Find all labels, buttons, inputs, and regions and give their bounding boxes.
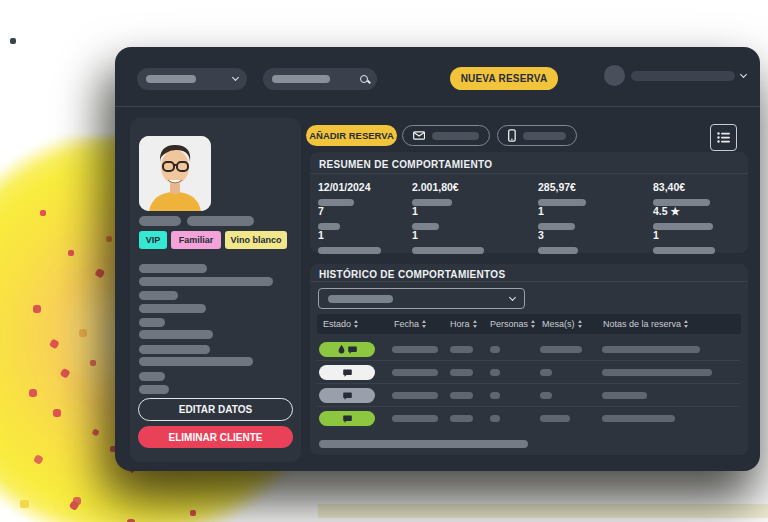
sort-icon [578, 320, 582, 328]
sort-icon [473, 320, 477, 328]
client-detail-placeholder [139, 318, 165, 327]
status-badge[interactable] [319, 411, 375, 426]
column-hora[interactable]: Hora [450, 314, 477, 334]
behavior-filter-select[interactable] [318, 288, 525, 309]
mobile-phone-icon [508, 129, 516, 142]
client-detail-placeholder [139, 277, 273, 286]
client-detail-placeholder [139, 291, 178, 300]
phone-contact-button[interactable] [497, 125, 577, 146]
sort-icon [531, 320, 535, 328]
client-detail-placeholder [139, 372, 165, 381]
nueva-reserva-button[interactable]: NUEVA RESERVA [450, 67, 558, 90]
stat-count: 1 [318, 229, 324, 241]
list-icon [717, 132, 730, 143]
status-badge[interactable] [319, 342, 375, 357]
paint-streak-decoration [318, 504, 768, 518]
fecha-placeholder [392, 392, 438, 399]
stat-rating: 4.5 ★ [653, 205, 680, 217]
stat-label-placeholder [412, 247, 484, 254]
stat-count: 1 [538, 205, 544, 217]
anadir-reserva-button[interactable]: AÑADIR RESERVA [306, 125, 397, 146]
paint-speckles-decoration [40, 210, 46, 216]
search-icon [360, 75, 368, 83]
tag-vip[interactable]: VIP [139, 231, 167, 249]
list-view-button[interactable] [710, 124, 737, 151]
notas-placeholder [602, 346, 700, 353]
client-surname-placeholder [187, 216, 254, 226]
editar-datos-button[interactable]: EDITAR DATOS [138, 398, 293, 421]
stat-total-spend: 2.001,80€ [412, 181, 459, 193]
table-row[interactable] [317, 384, 741, 407]
client-photo-illustration [139, 136, 211, 211]
fecha-placeholder [392, 415, 438, 422]
resumen-panel: RESUMEN DE COMPORTAMIENTO 12/01/2024 2.0… [310, 152, 748, 253]
client-photo [139, 136, 211, 211]
status-badge[interactable] [319, 365, 375, 380]
email-contact-button[interactable] [402, 125, 490, 146]
client-detail-placeholder [139, 330, 213, 339]
pagination-placeholder [319, 440, 528, 448]
resumen-title: RESUMEN DE COMPORTAMIENTO [319, 159, 492, 170]
sort-icon [354, 320, 358, 328]
personas-placeholder [490, 392, 500, 399]
fecha-placeholder [392, 369, 438, 376]
paint-dot-decoration [10, 38, 16, 44]
column-mesas[interactable]: Mesa(s) [542, 314, 582, 334]
divider [310, 173, 748, 174]
mesa-placeholder [540, 415, 570, 422]
eliminar-cliente-button[interactable]: ELIMINAR CLIENTE [138, 426, 293, 448]
stat-avg-spend: 285,97€ [538, 181, 576, 193]
chat-icon [343, 369, 352, 377]
personas-placeholder [490, 346, 500, 353]
stat-count: 3 [538, 229, 544, 241]
sort-icon [684, 320, 688, 328]
notas-placeholder [602, 392, 647, 399]
mesa-placeholder [540, 346, 582, 353]
notas-placeholder [602, 415, 675, 422]
stat-visits: 7 [318, 205, 324, 217]
stat-label-placeholder [538, 247, 578, 254]
divider [310, 281, 748, 282]
hora-placeholder [450, 415, 473, 422]
hora-placeholder [450, 392, 473, 399]
chat-icon [343, 392, 352, 400]
chat-icon [343, 415, 352, 423]
stat-count: 1 [412, 205, 418, 217]
sort-icon [422, 320, 426, 328]
restaurant-select[interactable] [137, 68, 247, 90]
chevron-down-icon [509, 293, 516, 300]
client-detail-placeholder [139, 304, 206, 313]
table-row[interactable] [317, 361, 741, 384]
stat-label-placeholder [318, 247, 381, 254]
personas-placeholder [490, 369, 500, 376]
chevron-down-icon [232, 74, 239, 81]
mesa-placeholder [540, 369, 552, 376]
client-card: VIP Familiar Vino blanco EDITAR DATOS EL… [130, 118, 301, 462]
client-detail-placeholder [139, 385, 169, 394]
phone-placeholder-bar [523, 132, 566, 140]
tag-vino-blanco[interactable]: Vino blanco [225, 231, 287, 249]
stat-last-visit: 12/01/2024 [318, 181, 371, 193]
column-estado[interactable]: Estado [323, 314, 358, 334]
stat-count: 1 [412, 229, 418, 241]
table-row[interactable] [317, 338, 741, 361]
column-fecha[interactable]: Fecha [394, 314, 426, 334]
droplet-icon [338, 345, 345, 354]
historico-title: HISTÓRICO DE COMPORTAMIENTOS [319, 269, 505, 280]
stat-count: 1 [653, 229, 659, 241]
stat-ticket: 83,40€ [653, 181, 685, 193]
client-name-placeholder [139, 216, 181, 226]
search-input[interactable] [263, 68, 377, 90]
tag-familiar[interactable]: Familiar [171, 231, 221, 249]
user-menu[interactable] [604, 65, 746, 86]
client-detail-placeholder [139, 357, 253, 366]
page: NUEVA RESERVA [0, 0, 768, 522]
column-personas[interactable]: Personas [490, 314, 535, 334]
column-notas[interactable]: Notas de la reserva [603, 314, 688, 334]
status-badge[interactable] [319, 388, 375, 403]
username-placeholder-bar [631, 71, 735, 81]
table-row[interactable] [317, 407, 741, 430]
paint-dot-decoration [20, 500, 29, 508]
select-placeholder-bar [146, 75, 196, 83]
fecha-placeholder [392, 346, 438, 353]
